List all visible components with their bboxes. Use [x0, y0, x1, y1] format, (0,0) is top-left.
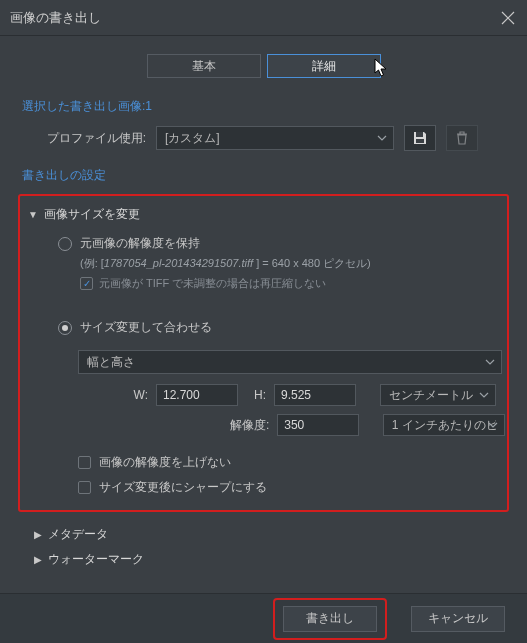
watermark-accordion[interactable]: ▶ ウォーターマーク — [34, 547, 493, 572]
resolution-label: 解像度: — [78, 417, 269, 434]
profile-label: プロファイル使用: — [18, 130, 146, 147]
save-icon — [412, 130, 428, 146]
cursor-icon — [374, 58, 390, 80]
resolution-input[interactable] — [277, 414, 359, 436]
height-label: H: — [246, 388, 266, 402]
resolution-unit-select[interactable]: 1 インチあたりのピクセ — [383, 414, 505, 436]
close-button[interactable] — [499, 9, 517, 27]
unit-select[interactable]: センチメートル — [380, 384, 496, 406]
trash-icon — [454, 130, 470, 146]
save-profile-button[interactable] — [404, 125, 436, 151]
close-icon — [499, 9, 517, 27]
tab-detail[interactable]: 詳細 — [267, 54, 381, 78]
chevron-down-icon — [485, 357, 495, 367]
triangle-down-icon: ▼ — [28, 209, 38, 220]
width-input[interactable] — [156, 384, 238, 406]
triangle-right-icon: ▶ — [34, 529, 42, 540]
checkbox-no-upscale[interactable]: 画像の解像度を上げない — [22, 450, 505, 475]
svg-rect-1 — [416, 139, 424, 143]
delete-profile-button[interactable] — [446, 125, 478, 151]
export-button-highlight: 書き出し — [273, 598, 387, 640]
checkbox-sharpen[interactable]: サイズ変更後にシャープにする — [22, 475, 505, 500]
cancel-button[interactable]: キャンセル — [411, 606, 505, 632]
resize-panel: ▼ 画像サイズを変更 元画像の解像度を保持 (例: [1787054_pl-20… — [18, 194, 509, 512]
radio-resize-fit[interactable]: サイズ変更して合わせる — [58, 317, 505, 338]
profile-select[interactable]: [カスタム] — [156, 126, 394, 150]
triangle-right-icon: ▶ — [34, 554, 42, 565]
selected-count: 選択した書き出し画像:1 — [22, 98, 509, 115]
checkbox-recompress[interactable]: 元画像が TIFF で未調整の場合は再圧縮しない — [58, 276, 505, 291]
svg-rect-0 — [416, 132, 423, 137]
height-input[interactable] — [274, 384, 356, 406]
metadata-accordion[interactable]: ▶ メタデータ — [34, 522, 493, 547]
radio-keep-resolution[interactable]: 元画像の解像度を保持 — [58, 233, 505, 254]
chevron-down-icon — [377, 133, 387, 143]
fit-mode-select[interactable]: 幅と高さ — [78, 350, 502, 374]
export-button[interactable]: 書き出し — [283, 606, 377, 632]
window-title: 画像の書き出し — [10, 9, 499, 27]
export-settings-title: 書き出しの設定 — [22, 167, 509, 184]
resize-accordion[interactable]: ▼ 画像サイズを変更 — [22, 202, 505, 227]
tab-basic[interactable]: 基本 — [147, 54, 261, 78]
keep-resolution-example: (例: [1787054_pl-201434291507.tiff ] = 64… — [58, 254, 505, 272]
width-label: W: — [78, 388, 148, 402]
chevron-down-icon — [479, 390, 489, 400]
chevron-down-icon — [488, 420, 498, 430]
